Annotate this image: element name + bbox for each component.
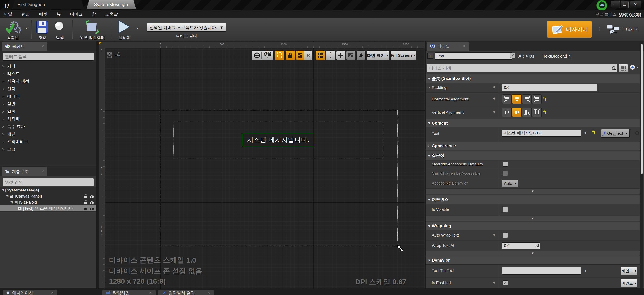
palette-search[interactable] bbox=[2, 53, 94, 60]
visibility-eye-icon[interactable] bbox=[90, 196, 94, 198]
fill-screen-dropdown[interactable]: Fill Screen▼ bbox=[390, 50, 416, 60]
panel-close-icon[interactable]: ✕ bbox=[207, 291, 210, 294]
designer-mode-button[interactable]: 디자이너 bbox=[547, 21, 592, 38]
wrap-text-at-input[interactable] bbox=[502, 242, 540, 249]
palette-category-advanced[interactable]: ▷고급 bbox=[0, 145, 96, 153]
compile-icon[interactable] bbox=[4, 20, 22, 35]
menu-file[interactable]: 파일 bbox=[4, 11, 12, 17]
menu-asset[interactable]: 에셋 bbox=[39, 11, 48, 17]
restore-button[interactable]: ❏ bbox=[621, 1, 629, 8]
section-expander[interactable]: ▼ bbox=[426, 189, 640, 194]
panel-close-icon[interactable]: ✕ bbox=[463, 44, 466, 48]
lock-icon[interactable] bbox=[84, 202, 87, 204]
reset-to-default-icon[interactable]: ↰ bbox=[591, 129, 596, 136]
hierarchy-search-input[interactable] bbox=[2, 178, 94, 186]
open-textblock-link[interactable]: TextBlock 열기 bbox=[543, 53, 572, 59]
is-enabled-checkbox[interactable]: ✓ bbox=[503, 280, 508, 285]
keyframe-icon[interactable] bbox=[493, 232, 496, 236]
halign-fill-button[interactable] bbox=[532, 94, 542, 104]
panel-close-icon[interactable]: ✕ bbox=[41, 44, 44, 48]
doc-tab-systemmessage[interactable]: SystemMessage ✕ bbox=[86, 0, 136, 9]
grid-size-button[interactable]: 4▼ bbox=[326, 50, 335, 60]
valign-bottom-button[interactable] bbox=[522, 108, 532, 117]
palette-category-primitive[interactable]: ▷프리미티브 bbox=[0, 138, 96, 145]
minimize-button[interactable]: — bbox=[611, 1, 620, 8]
spinner-corner-icon[interactable] bbox=[535, 244, 539, 248]
panel-close-icon[interactable]: ✕ bbox=[149, 291, 152, 294]
is-enabled-bind-button[interactable]: 바인드▼ bbox=[621, 279, 637, 288]
palette-category-special-effects[interactable]: ▷특수 효과 bbox=[0, 123, 96, 130]
tree-row-text-selected[interactable]: T [Text] "시스템 메시지입니다 bbox=[0, 205, 96, 211]
palette-category-list[interactable]: ▷리스트 bbox=[0, 70, 96, 77]
section-performance[interactable]: ◥퍼포먼스 bbox=[426, 196, 640, 204]
screen-size-dropdown[interactable]: 화면 크기▼ bbox=[367, 50, 389, 60]
tree-row-size-box[interactable]: ◥ [Size Box] bbox=[0, 199, 96, 205]
selected-text-widget[interactable]: 시스템 메시지입니다. bbox=[242, 134, 314, 146]
override-accessible-checkbox[interactable] bbox=[503, 162, 508, 167]
tree-row-canvas-panel[interactable]: ◥ [Canvas Panel] bbox=[0, 193, 96, 199]
keyframe-icon[interactable] bbox=[493, 96, 496, 100]
lock-widgets-button[interactable] bbox=[285, 50, 295, 60]
accessible-behavior-dropdown[interactable]: Auto▼ bbox=[502, 180, 518, 187]
play-dropdown-icon[interactable]: ▼ bbox=[136, 27, 139, 30]
menu-window[interactable]: 창 bbox=[92, 11, 96, 17]
section-behavior[interactable]: ◥Behavior bbox=[426, 256, 640, 264]
palette-category-editor[interactable]: ▷에디터 bbox=[0, 92, 96, 100]
tooltip-input[interactable] bbox=[502, 267, 581, 275]
palette-category-panel[interactable]: ▷패널 bbox=[0, 130, 96, 138]
auto-wrap-checkbox[interactable] bbox=[503, 233, 508, 238]
play-icon[interactable] bbox=[118, 20, 131, 34]
menu-view[interactable]: 뷰 bbox=[56, 11, 61, 17]
keyframe-icon[interactable] bbox=[493, 280, 496, 284]
graph-mode-button[interactable]: 그래프 bbox=[606, 21, 638, 38]
menu-debug[interactable]: 디버그 bbox=[70, 11, 82, 17]
text-value-input[interactable] bbox=[502, 130, 581, 137]
details-scrollbar-thumb[interactable] bbox=[641, 44, 642, 174]
close-button[interactable]: ✕ bbox=[630, 1, 641, 8]
section-accessibility[interactable]: ◥접근성 bbox=[426, 152, 640, 160]
halign-left-button[interactable] bbox=[502, 94, 512, 104]
animation-panel-tab[interactable]: 애니메이션 ✕ bbox=[2, 290, 58, 295]
tutorial-badge-icon[interactable] bbox=[596, 0, 607, 11]
designer-canvas[interactable]: 0 500 1000 1500 2000 0 0 500 1000 줌 -4 없… bbox=[98, 41, 425, 288]
text-bind-function-button[interactable]: ƒ Get_Text ▼ bbox=[601, 129, 630, 138]
visibility-eye-icon[interactable] bbox=[90, 202, 94, 204]
details-tab[interactable]: i 디테일 ✕ bbox=[427, 42, 469, 51]
flip-preview-button[interactable] bbox=[356, 50, 366, 60]
transform-mode-button[interactable] bbox=[336, 50, 345, 60]
hierarchy-search[interactable] bbox=[2, 178, 94, 186]
halign-right-button[interactable] bbox=[522, 94, 532, 104]
tree-row-systemmessage[interactable]: ◥ [SystemMessage] bbox=[0, 187, 96, 193]
reset-to-default-icon[interactable]: ↰ bbox=[542, 109, 547, 116]
r-toggle[interactable]: R bbox=[304, 53, 312, 58]
section-wrapping[interactable]: ◥Wrapping bbox=[426, 222, 640, 230]
details-search-input[interactable] bbox=[427, 64, 617, 72]
section-slot[interactable]: ◥슬롯 (Size Box Slot) bbox=[426, 74, 640, 83]
palette-category-synth[interactable]: ▷신디 bbox=[0, 85, 96, 92]
keyframe-icon[interactable] bbox=[493, 109, 496, 114]
halign-center-button[interactable] bbox=[512, 94, 522, 104]
padding-input[interactable] bbox=[502, 84, 598, 91]
chevron-down-icon[interactable]: ▼ bbox=[584, 131, 587, 134]
palette-search-input[interactable] bbox=[2, 53, 94, 60]
menu-help[interactable]: 도움말 bbox=[105, 11, 118, 17]
section-expander[interactable]: ▼ bbox=[426, 216, 640, 222]
doc-tab-firstdungeon[interactable]: FirstDungeon bbox=[12, 0, 84, 9]
palette-category-user-created[interactable]: ▷사용자 생성 bbox=[0, 77, 96, 85]
section-appearance[interactable]: ▷Appearance bbox=[426, 142, 640, 150]
save-icon[interactable] bbox=[36, 20, 49, 34]
browse-icon[interactable] bbox=[53, 20, 67, 34]
grid-snap-button[interactable] bbox=[316, 50, 325, 60]
parent-class-value[interactable]: User Widget bbox=[619, 12, 641, 16]
chevron-down-icon[interactable]: ▼ bbox=[584, 269, 587, 272]
tooltip-bind-button[interactable]: 바인드▼ bbox=[621, 267, 637, 275]
valign-fill-button[interactable] bbox=[532, 108, 542, 117]
widget-name-input[interactable] bbox=[435, 52, 512, 60]
display-grid-button[interactable] bbox=[619, 64, 628, 72]
valign-center-button[interactable] bbox=[512, 108, 522, 117]
valign-top-button[interactable] bbox=[502, 108, 512, 117]
lock-icon[interactable] bbox=[84, 196, 87, 198]
debug-object-dropdown[interactable]: 선택된 디버그 오브젝트가 없습니다.▼ bbox=[147, 23, 226, 32]
panel-close-icon[interactable]: ✕ bbox=[41, 170, 44, 174]
section-content[interactable]: ◥Content bbox=[426, 119, 640, 128]
